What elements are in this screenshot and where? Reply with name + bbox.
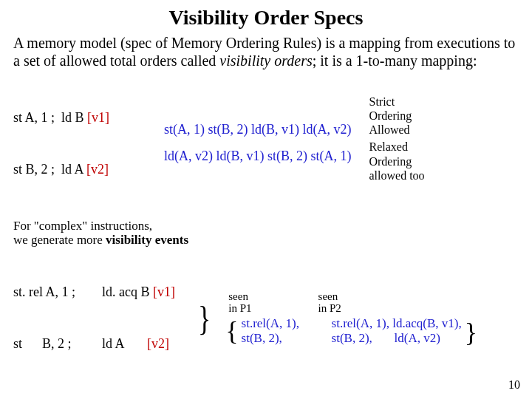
c2r2b: [v2] bbox=[147, 336, 169, 351]
code-block-2-left: st. rel A, 1 ; st B, 2 ; bbox=[13, 249, 93, 387]
order-strict: st(A, 1) st(B, 2) ld(B, v1) ld(A, v2) bbox=[164, 120, 351, 140]
pair-p2: st.rel(A, 1), ld.acq(B, v1), st(B, 2), l… bbox=[332, 316, 462, 347]
seen-p2: seen in P2 bbox=[318, 290, 341, 315]
maps-to-brace-icon: } bbox=[195, 305, 214, 332]
c2l2: st B, 2 ; bbox=[13, 335, 93, 352]
close-brace-icon: } bbox=[462, 319, 480, 346]
c1l1a: st A, 1 ; ld B bbox=[13, 110, 87, 125]
page-number: 10 bbox=[508, 378, 520, 392]
pair-block: seen in P1 seen in P2 { st.rel(A, 1), st… bbox=[222, 290, 480, 347]
seen-p1: seen in P1 bbox=[228, 290, 251, 315]
open-brace-icon: { bbox=[222, 318, 241, 344]
c2r1a: ld. acq B bbox=[102, 284, 153, 299]
intro-b: visibility orders bbox=[219, 52, 312, 69]
annot-strict: Strict Ordering Allowed bbox=[369, 95, 439, 137]
pair-p1: st.rel(A, 1), st(B, 2), bbox=[242, 316, 323, 347]
code-block-2-right: ld. acq B [v1] ld A [v2] bbox=[102, 249, 186, 387]
complex-b: visibility events bbox=[106, 233, 188, 247]
c1l1b: [v1] bbox=[87, 110, 109, 125]
c2r2a: ld A bbox=[102, 336, 147, 351]
orders-block: st(A, 1) st(B, 2) ld(B, v1) ld(A, v2) ld… bbox=[164, 120, 351, 167]
c2l1: st. rel A, 1 ; bbox=[13, 284, 93, 301]
annot-relaxed: Relaxed Ordering allowed too bbox=[369, 140, 439, 183]
c1l2b: [v2] bbox=[86, 162, 109, 177]
complex-note: For "complex" instructions, we generate … bbox=[13, 219, 519, 248]
order-relaxed: ld(A, v2) ld(B, v1) st(B, 2) st(A, 1) bbox=[164, 146, 351, 167]
intro-paragraph: A memory model (spec of Memory Ordering … bbox=[13, 34, 519, 70]
code-block-1: st A, 1 ; ld B [v1] st B, 2 ; ld A [v2] bbox=[13, 75, 146, 213]
c2r1b: [v1] bbox=[153, 284, 175, 299]
c1l2a: st B, 2 ; ld A bbox=[13, 162, 86, 177]
slide-title: Visibility Order Specs bbox=[13, 6, 519, 30]
intro-c: ; it is a 1-to-many mapping: bbox=[313, 52, 477, 69]
